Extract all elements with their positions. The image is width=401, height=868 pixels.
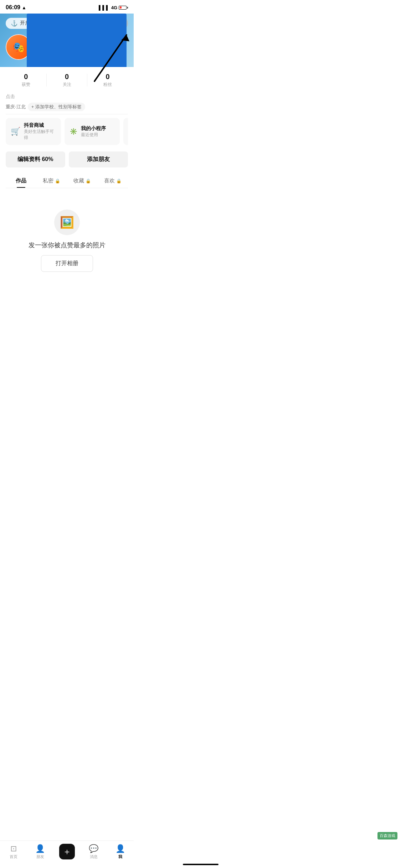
shop-icon: 🛒 bbox=[11, 127, 20, 136]
following-count: 0 bbox=[24, 73, 28, 81]
content-tabs: 作品 私密 🔒 收藏 🔒 喜欢 🔒 bbox=[6, 173, 128, 188]
favorites-lock-icon: 🔒 bbox=[86, 179, 91, 184]
empty-state: 🖼️ 发一张你被点赞最多的照片 打开相册 bbox=[6, 188, 128, 286]
tab-works-label: 作品 bbox=[16, 177, 26, 184]
profile-header: ⚓ 开启青少年模式 👥 🔍 ☰ 🎭 bbox=[0, 14, 134, 67]
tab-favorites-label: 收藏 bbox=[73, 177, 84, 184]
image-placeholder-icon: 🖼️ bbox=[60, 216, 74, 229]
likes-count: 0 bbox=[106, 73, 110, 81]
following-label: 获赞 bbox=[22, 82, 30, 88]
tab-works[interactable]: 作品 bbox=[6, 173, 36, 188]
edit-profile-button[interactable]: 编辑资料 60% bbox=[6, 151, 65, 167]
followers-label: 关注 bbox=[63, 82, 71, 88]
tab-likes-label: 喜欢 bbox=[104, 177, 115, 184]
status-time: 06:09 ▲ bbox=[6, 4, 26, 11]
miniapp-subtitle: 最近使用 bbox=[81, 132, 106, 138]
followers-count: 0 bbox=[65, 73, 69, 81]
service-shop-text: 抖音商城 美好生活触手可得 bbox=[24, 122, 56, 141]
empty-icon-wrapper: 🖼️ bbox=[54, 210, 80, 235]
profile-info-section: 点击 重庆·江北 + 添加学校、性别等标签 bbox=[6, 91, 128, 114]
miniapp-icon: ✳️ bbox=[70, 128, 77, 135]
stats-row: 0 获赞 0 关注 0 粉丝 bbox=[6, 73, 128, 88]
stat-followers[interactable]: 0 关注 bbox=[47, 73, 87, 88]
shop-subtitle: 美好生活触手可得 bbox=[24, 129, 56, 141]
service-item-miniapp[interactable]: ✳️ 我的小程序 最近使用 bbox=[65, 118, 120, 145]
service-miniapp-text: 我的小程序 最近使用 bbox=[81, 125, 106, 138]
click-hint: 点击 bbox=[6, 93, 128, 100]
tab-likes[interactable]: 喜欢 🔒 bbox=[97, 173, 128, 188]
profile-tags: 重庆·江北 + 添加学校、性别等标签 bbox=[6, 103, 128, 111]
status-icons: ▌▌▌ 4G bbox=[99, 5, 128, 10]
shop-title: 抖音商城 bbox=[24, 122, 56, 129]
stat-likes[interactable]: 0 粉丝 bbox=[87, 73, 128, 88]
signal-bars-icon: ▌▌▌ bbox=[99, 5, 110, 10]
miniapp-title: 我的小程序 bbox=[81, 125, 106, 132]
add-tag-label: + 添加学校、性别等标签 bbox=[31, 104, 82, 110]
time-display: 06:09 bbox=[6, 4, 20, 11]
likes-label: 粉丝 bbox=[103, 82, 112, 88]
tab-favorites[interactable]: 收藏 🔒 bbox=[67, 173, 98, 188]
status-bar: 06:09 ▲ ▌▌▌ 4G bbox=[0, 0, 134, 14]
tab-private-label: 私密 bbox=[43, 177, 53, 184]
battery-indicator bbox=[119, 6, 128, 10]
main-content-card: 0 获赞 0 关注 0 粉丝 点击 重庆·江北 + 添加学校、性别等标签 🛒 bbox=[0, 67, 134, 292]
service-item-save[interactable]: 仔 bbox=[123, 118, 128, 145]
add-friend-label: 添加朋友 bbox=[87, 156, 110, 162]
services-row: 🛒 抖音商城 美好生活触手可得 ✳️ 我的小程序 最近使用 仔 bbox=[6, 118, 128, 146]
location-tag: 重庆·江北 bbox=[6, 104, 26, 110]
edit-profile-label: 编辑资料 60% bbox=[17, 156, 53, 162]
location-arrow-icon: ▲ bbox=[22, 5, 26, 10]
teen-mode-icon: ⚓ bbox=[11, 20, 18, 27]
likes-lock-icon: 🔒 bbox=[116, 179, 122, 184]
add-tag-button[interactable]: + 添加学校、性别等标签 bbox=[28, 103, 85, 111]
service-item-shop[interactable]: 🛒 抖音商城 美好生活触手可得 bbox=[6, 118, 61, 145]
open-album-label: 打开相册 bbox=[56, 260, 78, 266]
network-type: 4G bbox=[111, 5, 117, 10]
empty-state-text: 发一张你被点赞最多的照片 bbox=[29, 241, 106, 249]
tab-private[interactable]: 私密 🔒 bbox=[36, 173, 67, 188]
private-lock-icon: 🔒 bbox=[55, 179, 60, 184]
add-friend-button[interactable]: 添加朋友 bbox=[69, 151, 128, 167]
open-album-button[interactable]: 打开相册 bbox=[41, 255, 93, 272]
action-buttons: 编辑资料 60% 添加朋友 bbox=[6, 151, 128, 167]
stat-following[interactable]: 0 获赞 bbox=[6, 73, 46, 88]
